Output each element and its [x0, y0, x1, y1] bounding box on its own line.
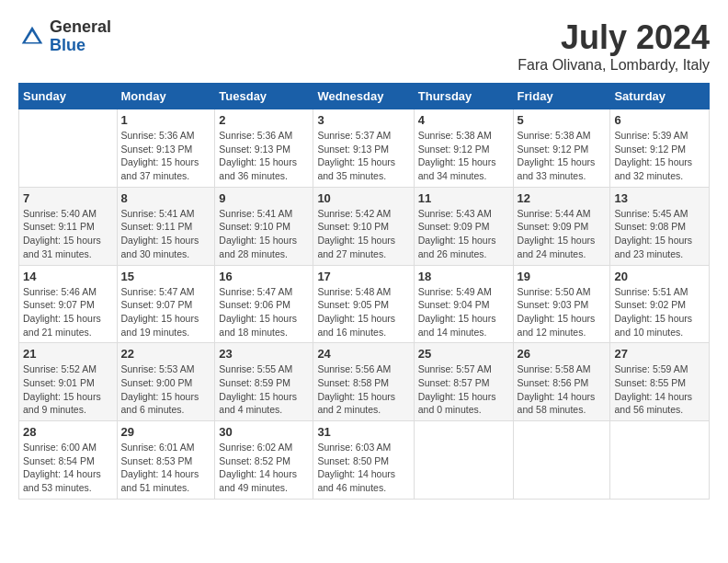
calendar-cell: 20Sunrise: 5:51 AM Sunset: 9:02 PM Dayli… — [610, 265, 710, 343]
cell-content: Sunrise: 5:38 AM Sunset: 9:12 PM Dayligh… — [418, 129, 509, 183]
column-header-monday: Monday — [117, 84, 215, 109]
column-header-wednesday: Wednesday — [313, 84, 414, 109]
column-header-thursday: Thursday — [414, 84, 513, 109]
calendar-cell: 16Sunrise: 5:47 AM Sunset: 9:06 PM Dayli… — [215, 265, 313, 343]
day-number: 19 — [518, 270, 607, 283]
day-number: 25 — [418, 347, 509, 361]
day-number: 9 — [219, 191, 309, 205]
cell-content: Sunrise: 6:01 AM Sunset: 8:53 PM Dayligh… — [121, 441, 211, 495]
day-number: 24 — [317, 347, 409, 361]
calendar-cell: 26Sunrise: 5:58 AM Sunset: 8:56 PM Dayli… — [513, 343, 610, 421]
week-row-5: 28Sunrise: 6:00 AM Sunset: 8:54 PM Dayli… — [19, 421, 710, 500]
cell-content: Sunrise: 5:46 AM Sunset: 9:07 PM Dayligh… — [23, 285, 113, 339]
cell-content: Sunrise: 5:51 AM Sunset: 9:02 PM Dayligh… — [614, 285, 705, 339]
cell-content: Sunrise: 5:48 AM Sunset: 9:05 PM Dayligh… — [317, 285, 409, 339]
column-header-saturday: Saturday — [610, 84, 710, 109]
cell-content: Sunrise: 6:02 AM Sunset: 8:52 PM Dayligh… — [219, 441, 309, 495]
location: Fara Olivana, Lombardy, Italy — [518, 57, 710, 74]
column-header-sunday: Sunday — [19, 84, 118, 109]
cell-content: Sunrise: 5:37 AM Sunset: 9:13 PM Dayligh… — [317, 129, 409, 183]
cell-content: Sunrise: 5:59 AM Sunset: 8:55 PM Dayligh… — [614, 362, 705, 417]
calendar-cell: 5Sunrise: 5:38 AM Sunset: 9:12 PM Daylig… — [513, 109, 610, 188]
cell-content: Sunrise: 6:03 AM Sunset: 8:50 PM Dayligh… — [317, 441, 409, 495]
week-row-4: 21Sunrise: 5:52 AM Sunset: 9:01 PM Dayli… — [19, 343, 710, 421]
day-number: 17 — [317, 270, 409, 283]
cell-content: Sunrise: 5:57 AM Sunset: 8:57 PM Dayligh… — [418, 362, 509, 417]
day-number: 10 — [317, 191, 409, 205]
day-number: 6 — [614, 113, 705, 127]
day-number: 15 — [121, 270, 211, 283]
day-number: 31 — [317, 425, 409, 439]
cell-content: Sunrise: 5:44 AM Sunset: 9:09 PM Dayligh… — [518, 207, 607, 261]
calendar-cell: 10Sunrise: 5:42 AM Sunset: 9:10 PM Dayli… — [313, 187, 414, 265]
logo: General Blue — [18, 18, 111, 55]
day-number: 26 — [518, 347, 607, 361]
day-number: 3 — [317, 113, 409, 127]
day-number: 1 — [121, 113, 211, 127]
calendar-cell — [19, 109, 118, 188]
calendar-cell: 28Sunrise: 6:00 AM Sunset: 8:54 PM Dayli… — [19, 421, 118, 500]
week-row-3: 14Sunrise: 5:46 AM Sunset: 9:07 PM Dayli… — [19, 265, 710, 343]
column-header-friday: Friday — [513, 84, 610, 109]
calendar-header-row: SundayMondayTuesdayWednesdayThursdayFrid… — [19, 84, 710, 109]
calendar-cell: 8Sunrise: 5:41 AM Sunset: 9:11 PM Daylig… — [117, 187, 215, 265]
cell-content: Sunrise: 5:49 AM Sunset: 9:04 PM Dayligh… — [418, 285, 509, 339]
day-number: 14 — [23, 270, 113, 283]
logo-text: General Blue — [50, 18, 111, 55]
calendar-cell — [414, 421, 513, 500]
day-number: 7 — [23, 191, 113, 205]
calendar-cell: 14Sunrise: 5:46 AM Sunset: 9:07 PM Dayli… — [19, 265, 118, 343]
calendar-cell: 1Sunrise: 5:36 AM Sunset: 9:13 PM Daylig… — [117, 109, 215, 188]
cell-content: Sunrise: 5:52 AM Sunset: 9:01 PM Dayligh… — [23, 362, 113, 417]
calendar-cell: 24Sunrise: 5:56 AM Sunset: 8:58 PM Dayli… — [313, 343, 414, 421]
calendar-cell: 13Sunrise: 5:45 AM Sunset: 9:08 PM Dayli… — [610, 187, 710, 265]
month-year: July 2024 — [518, 18, 710, 57]
cell-content: Sunrise: 5:47 AM Sunset: 9:07 PM Dayligh… — [121, 285, 211, 339]
calendar-cell: 4Sunrise: 5:38 AM Sunset: 9:12 PM Daylig… — [414, 109, 513, 188]
calendar-cell: 22Sunrise: 5:53 AM Sunset: 9:00 PM Dayli… — [117, 343, 215, 421]
day-number: 22 — [121, 347, 211, 361]
day-number: 28 — [23, 425, 113, 439]
page-header: General Blue July 2024 Fara Olivana, Lom… — [18, 18, 710, 74]
day-number: 20 — [614, 270, 705, 283]
day-number: 11 — [418, 191, 509, 205]
cell-content: Sunrise: 5:38 AM Sunset: 9:12 PM Dayligh… — [518, 129, 607, 183]
cell-content: Sunrise: 5:58 AM Sunset: 8:56 PM Dayligh… — [518, 362, 607, 417]
column-header-tuesday: Tuesday — [215, 84, 313, 109]
calendar-cell: 15Sunrise: 5:47 AM Sunset: 9:07 PM Dayli… — [117, 265, 215, 343]
cell-content: Sunrise: 5:36 AM Sunset: 9:13 PM Dayligh… — [121, 129, 211, 183]
cell-content: Sunrise: 6:00 AM Sunset: 8:54 PM Dayligh… — [23, 441, 113, 495]
calendar-cell: 9Sunrise: 5:41 AM Sunset: 9:10 PM Daylig… — [215, 187, 313, 265]
calendar-cell: 31Sunrise: 6:03 AM Sunset: 8:50 PM Dayli… — [313, 421, 414, 500]
cell-content: Sunrise: 5:40 AM Sunset: 9:11 PM Dayligh… — [23, 207, 113, 261]
day-number: 8 — [121, 191, 211, 205]
cell-content: Sunrise: 5:47 AM Sunset: 9:06 PM Dayligh… — [219, 285, 309, 339]
calendar-cell: 2Sunrise: 5:36 AM Sunset: 9:13 PM Daylig… — [215, 109, 313, 188]
calendar-cell: 30Sunrise: 6:02 AM Sunset: 8:52 PM Dayli… — [215, 421, 313, 500]
calendar-cell: 17Sunrise: 5:48 AM Sunset: 9:05 PM Dayli… — [313, 265, 414, 343]
cell-content: Sunrise: 5:50 AM Sunset: 9:03 PM Dayligh… — [518, 285, 607, 339]
day-number: 27 — [614, 347, 705, 361]
day-number: 18 — [418, 270, 509, 283]
day-number: 4 — [418, 113, 509, 127]
cell-content: Sunrise: 5:39 AM Sunset: 9:12 PM Dayligh… — [614, 129, 705, 183]
calendar-cell — [610, 421, 710, 500]
day-number: 21 — [23, 347, 113, 361]
calendar-cell: 3Sunrise: 5:37 AM Sunset: 9:13 PM Daylig… — [313, 109, 414, 188]
day-number: 30 — [219, 425, 309, 439]
calendar-cell: 21Sunrise: 5:52 AM Sunset: 9:01 PM Dayli… — [19, 343, 118, 421]
calendar-cell: 25Sunrise: 5:57 AM Sunset: 8:57 PM Dayli… — [414, 343, 513, 421]
cell-content: Sunrise: 5:43 AM Sunset: 9:09 PM Dayligh… — [418, 207, 509, 261]
week-row-2: 7Sunrise: 5:40 AM Sunset: 9:11 PM Daylig… — [19, 187, 710, 265]
cell-content: Sunrise: 5:41 AM Sunset: 9:10 PM Dayligh… — [219, 207, 309, 261]
day-number: 12 — [518, 191, 607, 205]
week-row-1: 1Sunrise: 5:36 AM Sunset: 9:13 PM Daylig… — [19, 109, 710, 188]
cell-content: Sunrise: 5:56 AM Sunset: 8:58 PM Dayligh… — [317, 362, 409, 417]
calendar-cell: 19Sunrise: 5:50 AM Sunset: 9:03 PM Dayli… — [513, 265, 610, 343]
title-block: July 2024 Fara Olivana, Lombardy, Italy — [518, 18, 710, 74]
day-number: 29 — [121, 425, 211, 439]
calendar-cell: 6Sunrise: 5:39 AM Sunset: 9:12 PM Daylig… — [610, 109, 710, 188]
day-number: 16 — [219, 270, 309, 283]
calendar-cell: 27Sunrise: 5:59 AM Sunset: 8:55 PM Dayli… — [610, 343, 710, 421]
day-number: 2 — [219, 113, 309, 127]
